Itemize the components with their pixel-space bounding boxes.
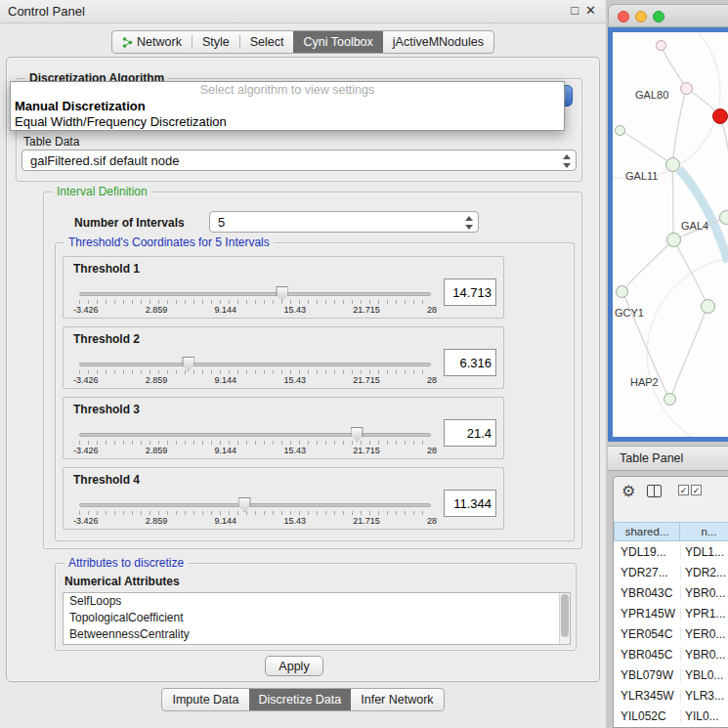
table-header-row: shared... n... xyxy=(614,522,728,541)
tab-style[interactable]: Style xyxy=(193,31,239,53)
slider-track[interactable] xyxy=(79,363,431,366)
table-row[interactable]: YIL052CYIL0... xyxy=(614,706,728,726)
slider-ticks xyxy=(79,441,431,445)
network-node[interactable] xyxy=(666,233,681,247)
control-panel-title: Control Panel xyxy=(8,4,85,19)
table-cell[interactable]: YBR043C xyxy=(614,586,680,600)
table-cell[interactable]: YIL052C xyxy=(614,709,680,723)
column-header-name[interactable]: n... xyxy=(680,522,728,541)
table-row[interactable]: YER054CYER0... xyxy=(614,623,728,644)
table-cell[interactable]: YDR27... xyxy=(614,566,680,579)
zoom-traffic-light[interactable] xyxy=(653,11,664,22)
apply-button[interactable]: Apply xyxy=(265,656,323,676)
tab-cyni-toolbox-label: Cyni Toolbox xyxy=(303,35,372,49)
threshold-4-slider-thumb[interactable] xyxy=(238,497,251,512)
attributes-list-scrollbar[interactable] xyxy=(559,593,570,644)
threshold-3-value-field[interactable] xyxy=(444,419,496,447)
slider-ticks xyxy=(79,370,431,374)
algorithm-option-equal-width[interactable]: Equal Width/Frequency Discretization xyxy=(11,114,564,130)
table-data-combobox[interactable]: galFiltered.sif default node xyxy=(21,150,577,171)
column-selector-icon[interactable] xyxy=(647,485,662,497)
tab-select[interactable]: Select xyxy=(240,31,294,53)
table-cell[interactable]: YPR145W xyxy=(614,607,680,621)
tab-jactivemnodules[interactable]: jActiveMNodules xyxy=(383,31,493,53)
table-panel-header: Table Panel xyxy=(608,446,728,471)
combo-stepper-icon[interactable] xyxy=(464,215,473,231)
table-cell[interactable]: YDL19... xyxy=(614,545,680,559)
minimize-traffic-light[interactable] xyxy=(635,11,647,22)
scale-tick-label: 2.859 xyxy=(146,375,168,385)
network-window-titlebar[interactable] xyxy=(608,4,728,27)
network-node-label: GAL80 xyxy=(635,89,668,101)
network-node[interactable] xyxy=(615,125,625,136)
bottom-tab-group: Impute Data Discretize Data Infer Networ… xyxy=(161,688,444,711)
close-window-icon[interactable]: ✕ xyxy=(585,3,596,18)
table-cell[interactable]: YPR1... xyxy=(680,607,728,621)
network-canvas[interactable]: GAL80 GAL11 GAL4 GCY1 HAP2 xyxy=(613,32,728,437)
network-node[interactable] xyxy=(616,285,628,298)
network-node[interactable] xyxy=(665,157,680,172)
gear-icon[interactable]: ⚙ xyxy=(621,482,635,500)
table-cell[interactable]: YBR0... xyxy=(680,648,728,662)
table-cell[interactable]: YBR045C xyxy=(614,648,680,662)
table-cell[interactable]: YBL079W xyxy=(614,668,680,682)
table-cell[interactable]: YBL0... xyxy=(680,668,728,682)
combo-stepper-icon[interactable] xyxy=(562,153,571,169)
table-row[interactable]: YDL19...YDL1... xyxy=(614,541,728,562)
algorithm-option-manual[interactable]: Manual Discretization xyxy=(11,99,564,114)
tab-jactivemnodules-label: jActiveMNodules xyxy=(393,35,484,49)
table-row[interactable]: YBL079WYBL0... xyxy=(614,664,728,685)
list-item[interactable]: SelfLoops xyxy=(64,593,570,610)
slider-track[interactable] xyxy=(79,433,431,437)
number-of-intervals-combobox[interactable]: 5 xyxy=(209,211,479,233)
numerical-attributes-list[interactable]: SelfLoops TopologicalCoefficient Between… xyxy=(63,592,571,645)
table-row[interactable]: YPR145WYPR1... xyxy=(614,603,728,623)
threshold-1-value-field[interactable] xyxy=(444,278,496,306)
scale-tick-label: 28 xyxy=(427,305,437,315)
slider-track[interactable] xyxy=(79,292,431,296)
scale-tick-label: 15.43 xyxy=(283,516,306,526)
scale-tick-label: 21.715 xyxy=(353,446,380,455)
list-item[interactable]: BetweennessCentrality xyxy=(64,626,570,643)
tab-discretize-data[interactable]: Discretize Data xyxy=(249,689,352,710)
list-item[interactable]: TopologicalCoefficient xyxy=(64,610,570,626)
interval-definition-title: Interval Definition xyxy=(53,185,151,198)
tab-impute-data[interactable]: Impute Data xyxy=(162,689,248,710)
column-header-shared-name[interactable]: shared... xyxy=(614,522,680,541)
threshold-3-slider-thumb[interactable] xyxy=(351,427,364,442)
table-row[interactable]: YBR045CYBR0... xyxy=(614,644,728,664)
table-cell[interactable]: YER054C xyxy=(614,627,680,641)
checkbox-icon[interactable]: ✓ xyxy=(678,485,689,495)
checkbox-icon[interactable]: ✓ xyxy=(691,485,702,495)
control-panel: Control Panel □ ✕ Network Style Select xyxy=(0,0,606,728)
float-window-icon[interactable]: □ xyxy=(571,3,578,18)
table-row[interactable]: YLR345WYLR3... xyxy=(614,685,728,706)
network-node-selected[interactable] xyxy=(712,108,728,124)
table-toolbar: ⚙ ✓ ✓ xyxy=(614,477,728,506)
tab-infer-network[interactable]: Infer Network xyxy=(351,689,443,710)
network-node[interactable] xyxy=(719,210,728,225)
table-cell[interactable]: YDL1... xyxy=(680,545,728,559)
threshold-2-slider-thumb[interactable] xyxy=(182,357,194,371)
threshold-2-value-field[interactable] xyxy=(444,349,496,376)
tab-cyni-toolbox[interactable]: Cyni Toolbox xyxy=(293,31,382,53)
table-cell[interactable]: YLR3... xyxy=(680,689,728,703)
threshold-4-value-field[interactable] xyxy=(444,490,496,517)
threshold-1-slider-thumb[interactable] xyxy=(276,286,288,301)
table-cell[interactable]: YER0... xyxy=(680,627,728,641)
table-row[interactable]: YBR043CYBR0... xyxy=(614,582,728,603)
tab-network[interactable]: Network xyxy=(112,31,192,53)
table-cell[interactable]: YIL0... xyxy=(680,709,728,723)
network-node[interactable] xyxy=(656,40,666,51)
table-cell[interactable]: YBR0... xyxy=(680,586,728,600)
slider-track[interactable] xyxy=(79,503,431,507)
table-cell[interactable]: YLR345W xyxy=(614,689,680,703)
network-node[interactable] xyxy=(680,82,693,95)
scrollbar-thumb[interactable] xyxy=(561,594,569,637)
slider-ticks xyxy=(79,511,431,515)
close-traffic-light[interactable] xyxy=(618,11,629,22)
network-node[interactable] xyxy=(664,393,676,406)
network-node[interactable] xyxy=(701,299,715,314)
table-cell[interactable]: YDR2... xyxy=(680,566,728,579)
table-row[interactable]: YDR27...YDR2... xyxy=(614,562,728,582)
